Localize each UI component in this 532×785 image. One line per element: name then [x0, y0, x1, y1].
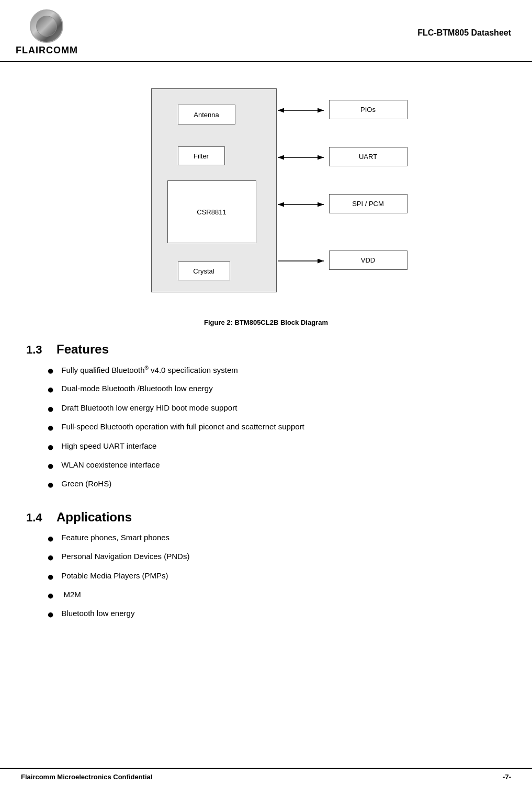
csr-box: CSR8811 — [167, 180, 256, 243]
list-item: ● Draft Bluetooth low energy HID boot mo… — [47, 402, 506, 416]
list-item: ● Bluetooth low energy — [47, 608, 506, 621]
list-item: ● Full-speed Bluetooth operation with fu… — [47, 421, 506, 435]
antenna-box: Antenna — [178, 105, 235, 124]
applications-section-title: Applications — [56, 510, 132, 525]
features-list: ● Fully qualified Bluetooth® v4.0 specif… — [47, 364, 506, 492]
bullet-icon: ● — [47, 570, 54, 584]
pios-box: PIOs — [329, 100, 408, 119]
feature-item-6: WLAN coexistence interface — [61, 459, 160, 471]
filter-box: Filter — [178, 146, 225, 165]
list-item: ● High speed UART interface — [47, 440, 506, 454]
crystal-box: Crystal — [178, 261, 230, 280]
app-item-5: Bluetooth low energy — [61, 608, 134, 620]
applications-section-header: 1.4 Applications — [26, 510, 506, 525]
features-section-header: 1.3 Features — [26, 342, 506, 357]
logo-icon — [30, 9, 63, 43]
list-item: ● Green (RoHS) — [47, 478, 506, 492]
feature-item-1: Fully qualified Bluetooth® v4.0 specific… — [61, 364, 238, 377]
list-item: ● M2M — [47, 589, 506, 602]
feature-item-7: Green (RoHS) — [61, 478, 111, 490]
crystal-label: Crystal — [193, 267, 214, 275]
bullet-icon: ● — [47, 402, 54, 416]
diagram-container: Antenna Filter CSR8811 Crystal PIOs — [26, 78, 506, 308]
applications-section-num: 1.4 — [26, 511, 47, 525]
feature-item-5: High speed UART interface — [61, 440, 156, 452]
antenna-label: Antenna — [194, 111, 219, 119]
vdd-box: VDD — [329, 251, 408, 270]
page-title: FLC-BTM805 Datasheet — [417, 28, 511, 38]
bullet-icon: ● — [47, 421, 54, 435]
list-item: ● Dual-mode Bluetooth /Bluetooth low ene… — [47, 383, 506, 396]
main-content: Antenna Filter CSR8811 Crystal PIOs — [0, 62, 532, 655]
list-item: ● Personal Navigation Devices (PNDs) — [47, 551, 506, 564]
bullet-icon: ● — [47, 608, 54, 621]
app-item-1: Feature phones, Smart phones — [61, 532, 169, 544]
page-footer: Flaircomm Microelectronics Confidential … — [0, 768, 532, 785]
footer-page: -7- — [503, 773, 511, 781]
module-box: Antenna Filter CSR8811 Crystal — [151, 88, 277, 292]
list-item: ● Potable Media Players (PMPs) — [47, 570, 506, 584]
bullet-icon: ● — [47, 551, 54, 564]
app-item-3: Potable Media Players (PMPs) — [61, 570, 168, 582]
logo-inner-circle — [36, 16, 57, 37]
diagram-wrapper: Antenna Filter CSR8811 Crystal PIOs — [120, 78, 413, 308]
bullet-icon: ● — [47, 440, 54, 454]
list-item: ● WLAN coexistence interface — [47, 459, 506, 473]
bullet-icon: ● — [47, 364, 54, 378]
app-item-2: Personal Navigation Devices (PNDs) — [61, 551, 189, 563]
filter-label: Filter — [194, 152, 209, 160]
page-header: FLAIRCOMM FLC-BTM805 Datasheet — [0, 0, 532, 62]
feature-item-2: Dual-mode Bluetooth /Bluetooth low energ… — [61, 383, 212, 395]
feature-item-4: Full-speed Bluetooth operation with full… — [61, 421, 304, 433]
logo-text: FLAIRCOMM — [16, 45, 78, 56]
csr-label: CSR8811 — [197, 208, 226, 216]
bullet-icon: ● — [47, 532, 54, 545]
spi-pcm-box: SPI / PCM — [329, 194, 408, 213]
feature-item-3: Draft Bluetooth low energy HID boot mode… — [61, 402, 237, 414]
bullet-icon: ● — [47, 383, 54, 396]
figure-caption: Figure 2: BTM805CL2B Block Diagram — [26, 318, 506, 326]
bullet-icon: ● — [47, 459, 54, 473]
features-section-title: Features — [56, 342, 109, 357]
app-item-4: M2M — [61, 589, 81, 601]
logo-area: FLAIRCOMM — [16, 9, 78, 56]
list-item: ● Fully qualified Bluetooth® v4.0 specif… — [47, 364, 506, 378]
applications-list: ● Feature phones, Smart phones ● Persona… — [47, 532, 506, 622]
features-section-num: 1.3 — [26, 343, 47, 357]
uart-box: UART — [329, 147, 408, 166]
footer-company: Flaircomm Microelectronics Confidential — [21, 773, 152, 781]
bullet-icon: ● — [47, 478, 54, 492]
bullet-icon: ● — [47, 589, 54, 602]
list-item: ● Feature phones, Smart phones — [47, 532, 506, 545]
